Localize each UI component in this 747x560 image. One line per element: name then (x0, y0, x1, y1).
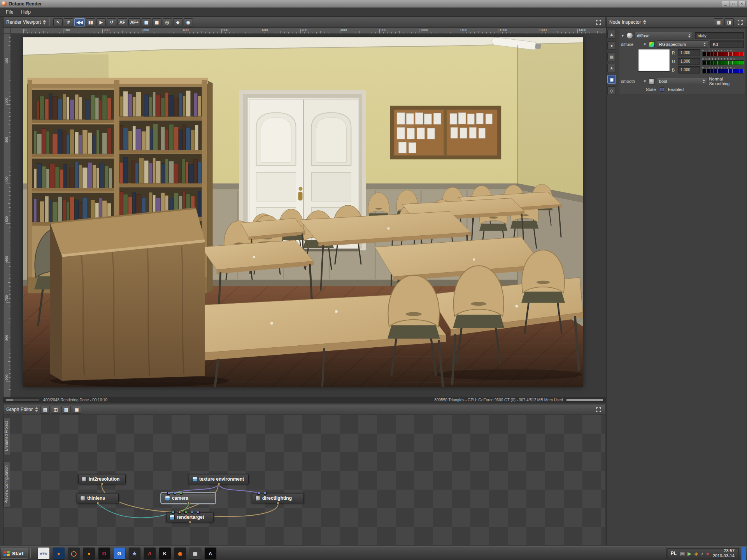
graph-tab-unnamed-project[interactable]: Unnamed Project (4, 417, 10, 455)
channel-value-field[interactable]: 1.000 (678, 66, 700, 74)
color-swatch[interactable] (638, 49, 670, 72)
panther-icon[interactable]: Λ (205, 548, 216, 559)
image-node-icon[interactable]: ▣ (607, 75, 616, 84)
minimize-button[interactable]: _ (722, 1, 729, 7)
update-icon[interactable]: ◈ (694, 551, 698, 556)
graph-editor-spinner[interactable] (35, 407, 38, 412)
node-input-pin[interactable] (180, 492, 182, 495)
show-desktop-button[interactable] (741, 547, 746, 560)
viewport-expand-icon[interactable] (594, 18, 602, 26)
node-output-pin[interactable] (96, 502, 99, 504)
vlc-icon[interactable]: ◉ (174, 548, 186, 559)
node-output-pin[interactable] (189, 521, 191, 523)
collapse-triangle-icon[interactable]: ▼ (643, 79, 647, 83)
restart-render-button[interactable]: ◀◀ (74, 18, 85, 26)
graph-node-directlighting[interactable]: directlighting (252, 493, 304, 503)
capture-icon[interactable]: K (159, 548, 171, 559)
refresh-render-button[interactable]: ↺ (107, 18, 116, 26)
opera-icon[interactable]: O (98, 548, 110, 559)
channel-slider[interactable]: 0 1 2 3 4 5 6 7 8 9 1 (702, 49, 744, 56)
new-node-icon[interactable]: ▤ (40, 406, 50, 414)
node-output-pin[interactable] (187, 502, 190, 504)
lens-button[interactable]: ◎ (163, 18, 172, 26)
node-inspector-expand-icon[interactable] (736, 18, 744, 26)
menu-help[interactable]: Help (18, 9, 34, 16)
enabled-checkbox[interactable] (660, 88, 664, 92)
alpha-channel-button[interactable]: ▦ (152, 18, 161, 26)
blender-icon[interactable]: ◯ (68, 548, 80, 559)
channel-value-field[interactable]: 1.000 (678, 49, 700, 56)
bool-type-dropdown[interactable]: bool (657, 78, 707, 85)
white-balance-button[interactable]: ▩ (142, 18, 151, 26)
collapse-triangle-icon[interactable]: ▼ (643, 42, 647, 46)
autofocus-button[interactable]: AF (117, 18, 127, 26)
render-preview-image[interactable] (23, 37, 583, 387)
node-input-pin[interactable] (172, 511, 175, 514)
graph-node-texenv[interactable]: texture environment (189, 474, 249, 484)
geometry-node-icon[interactable]: ▲ (607, 30, 616, 38)
channel-value-field[interactable]: 1.000 (678, 58, 700, 65)
graph-editor-canvas[interactable]: Unnamed ProjectPreview Configuration int… (4, 415, 605, 545)
volume-icon[interactable]: ♪ (701, 551, 703, 556)
printer-icon[interactable]: ▤ (680, 551, 685, 556)
channel-slider[interactable]: 0 1 2 3 4 5 6 7 8 9 1 (702, 66, 744, 74)
node-input-pin[interactable] (197, 511, 200, 514)
graph-node-int2resolution[interactable]: int2resolution (78, 474, 126, 484)
viewport-selector-spinner[interactable] (43, 20, 46, 24)
material-node-icon[interactable]: ● (607, 41, 616, 50)
spectrum-type-dropdown[interactable]: RGBspectrum (657, 40, 708, 48)
graph-node-camera[interactable]: camera (161, 493, 215, 503)
pause-render-button[interactable]: ▮▮ (86, 18, 95, 26)
recent-icon[interactable]: ▧ (61, 406, 71, 414)
graph-node-thinlens[interactable]: thinlens (77, 493, 119, 503)
node-type-dropdown[interactable]: diffuse (635, 32, 693, 39)
paste-node-icon[interactable]: ◨ (724, 18, 734, 26)
viewport-selector[interactable]: Render Viewport (6, 19, 46, 25)
node-inspector-spinner[interactable] (643, 20, 646, 24)
close-button[interactable]: × (738, 1, 745, 7)
spectrum-name-field[interactable]: Kd (710, 40, 744, 48)
wtw-icon[interactable]: WTW (38, 548, 49, 559)
emission-node-icon[interactable]: ★ (607, 64, 616, 72)
node-input-pin[interactable] (174, 492, 176, 495)
graph-editor-expand-icon[interactable] (594, 406, 602, 413)
node-input-pin[interactable] (184, 511, 187, 514)
node-input-pin[interactable] (264, 492, 267, 495)
resume-render-button[interactable]: ▶ (96, 18, 106, 26)
chrome-icon[interactable]: G (114, 548, 125, 559)
messenger-icon[interactable]: ● (706, 551, 709, 556)
language-indicator[interactable]: PL (671, 551, 677, 556)
firefox-icon[interactable]: ● (53, 548, 65, 559)
material-picker-button[interactable]: ◈ (173, 18, 182, 26)
copy-node-icon[interactable]: ▥ (714, 18, 723, 26)
start-button[interactable]: Start (1, 548, 28, 559)
import-node-icon[interactable]: ◫ (51, 406, 60, 414)
clock[interactable]: 23:57 2010-03-14 (713, 548, 735, 558)
node-output-pin[interactable] (217, 483, 220, 485)
photos-icon[interactable]: ▦ (189, 548, 201, 559)
node-input-pin[interactable] (178, 511, 181, 514)
texture-node-icon[interactable]: ▦ (607, 52, 616, 61)
media-player-icon[interactable]: ▶ (687, 551, 691, 556)
fractal-icon[interactable]: ★ (129, 548, 140, 559)
title-bar[interactable]: Octane Render _ □ × (0, 0, 747, 8)
node-name-field[interactable]: bialy (695, 32, 744, 39)
menu-file[interactable]: File (2, 9, 17, 16)
graph-tab-preview-configuration[interactable]: Preview Configuration (4, 462, 10, 508)
amd-icon[interactable]: ● (83, 548, 95, 559)
node-output-pin[interactable] (277, 502, 279, 504)
node-input-pin[interactable] (258, 492, 260, 495)
transform-node-icon[interactable]: ◇ (607, 86, 616, 95)
channel-slider[interactable]: 0 1 2 3 4 5 6 7 8 9 1 (702, 58, 744, 65)
render-canvas[interactable] (11, 34, 606, 397)
environment-button[interactable]: ◉ (184, 18, 193, 26)
autodesk-icon[interactable]: A (144, 548, 156, 559)
graph-node-rendertarget[interactable]: rendertarget (166, 512, 214, 522)
film-region-tool[interactable]: # (64, 18, 73, 26)
select-tool[interactable]: ↖ (53, 18, 63, 26)
maximize-button[interactable]: □ (730, 1, 737, 7)
node-input-pin[interactable] (191, 511, 193, 514)
autofocus-edit-button[interactable]: AF+ (128, 18, 140, 26)
collapse-triangle-icon[interactable]: ▼ (621, 34, 625, 38)
node-output-pin[interactable] (101, 483, 103, 485)
